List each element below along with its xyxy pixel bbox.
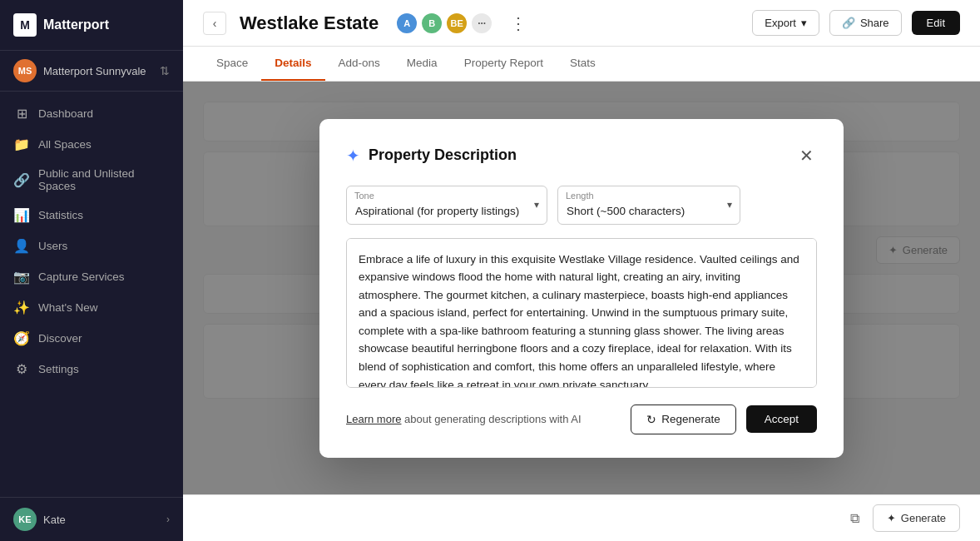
workspace-expand-icon: ⇅	[160, 64, 170, 77]
copy-button[interactable]: ⧉	[844, 504, 866, 533]
user-name: Kate	[43, 514, 160, 526]
sidebar-item-label: Capture Services	[38, 270, 125, 283]
description-textarea[interactable]: Embrace a life of luxury in this exquisi…	[346, 238, 817, 388]
modal-title: Property Description	[369, 146, 788, 164]
tone-control: Tone Aspirational (for property listings…	[346, 186, 547, 225]
modal-close-button[interactable]: ✕	[796, 142, 817, 169]
tab-addons[interactable]: Add-ons	[325, 47, 393, 81]
tone-label: Tone	[354, 191, 374, 201]
export-label: Export	[765, 17, 796, 29]
folder-icon: 📁	[13, 136, 30, 152]
sidebar-item-label: Users	[38, 240, 67, 252]
sidebar-item-users[interactable]: 👤 Users	[0, 231, 183, 261]
sidebar-nav: ⊞ Dashboard 📁 All Spaces 🔗 Public and Un…	[0, 92, 183, 497]
regenerate-icon: ↻	[646, 413, 656, 426]
link-icon: 🔗	[13, 172, 30, 188]
camera-icon: 📷	[13, 269, 30, 285]
collaborator-avatar-more[interactable]: ···	[470, 12, 493, 35]
modal-overlay: ✦ Property Description ✕ Tone Aspiration…	[183, 82, 980, 494]
edit-button[interactable]: Edit	[912, 11, 960, 35]
learn-more-suffix: about generating descriptions with AI	[401, 413, 581, 425]
sidebar-item-capture-services[interactable]: 📷 Capture Services	[0, 261, 183, 292]
length-select-wrapper: Length Short (~500 characters) ▾	[557, 186, 740, 225]
logo-icon: M	[13, 13, 37, 37]
sidebar-item-label: Public and Unlisted Spaces	[38, 167, 170, 192]
sidebar-item-public-spaces[interactable]: 🔗 Public and Unlisted Spaces	[0, 160, 183, 200]
tab-space[interactable]: Space	[203, 47, 261, 81]
export-button[interactable]: Export ▾	[752, 10, 819, 36]
sidebar-item-settings[interactable]: ⚙ Settings	[0, 354, 183, 385]
more-options-button[interactable]: ⋮	[507, 10, 530, 37]
modal-controls: Tone Aspirational (for property listings…	[346, 186, 817, 225]
regenerate-button[interactable]: ↻ Regenerate	[631, 405, 736, 434]
bottom-bar: ⧉ ✦ Generate	[183, 494, 980, 541]
share-label: Share	[860, 17, 889, 29]
workspace-name: Matterport Sunnyvale	[43, 65, 153, 77]
sidebar: M Matterport MS Matterport Sunnyvale ⇅ ⊞…	[0, 0, 183, 541]
sidebar-item-label: Settings	[38, 363, 79, 375]
page-title: Westlake Estate	[240, 12, 379, 34]
workspace-avatar: MS	[13, 59, 37, 82]
bottom-generate-button[interactable]: ✦ Generate	[873, 504, 960, 532]
modal-header: ✦ Property Description ✕	[346, 142, 817, 169]
modal-footer: Learn more about generating descriptions…	[346, 405, 817, 434]
brand-logo[interactable]: M Matterport	[0, 0, 183, 51]
brand-name: Matterport	[43, 17, 109, 32]
sparkle-icon: ✨	[13, 300, 30, 315]
main-content: ‹ Westlake Estate A B BE ··· ⋮ Export ▾ …	[183, 0, 980, 541]
sidebar-item-whats-new[interactable]: ✨ What's New	[0, 292, 183, 323]
property-description-modal: ✦ Property Description ✕ Tone Aspiration…	[319, 119, 844, 458]
user-icon: 👤	[13, 238, 30, 254]
workspace-switcher[interactable]: MS Matterport Sunnyvale ⇅	[0, 51, 183, 92]
length-control: Length Short (~500 characters) ▾	[557, 186, 740, 225]
tone-select-wrapper: Tone Aspirational (for property listings…	[346, 186, 547, 225]
tab-details[interactable]: Details	[261, 47, 324, 81]
ai-sparkle-icon: ✦	[346, 146, 360, 166]
topbar: ‹ Westlake Estate A B BE ··· ⋮ Export ▾ …	[183, 0, 980, 47]
learn-more-link[interactable]: Learn more	[346, 413, 401, 425]
learn-more-text: Learn more about generating descriptions…	[346, 413, 621, 425]
sidebar-item-label: What's New	[38, 301, 98, 314]
regenerate-label: Regenerate	[661, 413, 720, 425]
tab-property-report[interactable]: Property Report	[451, 47, 557, 81]
export-chevron-icon: ▾	[801, 17, 807, 29]
gear-icon: ⚙	[13, 361, 30, 377]
user-avatar: KE	[13, 508, 37, 531]
collaborator-avatars: A B BE ···	[395, 12, 493, 35]
sidebar-item-label: All Spaces	[38, 138, 92, 151]
compass-icon: 🧭	[13, 330, 30, 346]
content-area: ✦ Generate ✦ Property Description ✕	[183, 82, 980, 494]
share-button[interactable]: 🔗 Share	[829, 10, 902, 36]
generate-bottom-icon: ✦	[887, 512, 896, 524]
tone-select[interactable]: Aspirational (for property listings)	[346, 186, 547, 225]
user-profile-footer[interactable]: KE Kate ›	[0, 497, 183, 541]
sidebar-item-all-spaces[interactable]: 📁 All Spaces	[0, 129, 183, 160]
dashboard-icon: ⊞	[13, 106, 30, 122]
sidebar-item-dashboard[interactable]: ⊞ Dashboard	[0, 98, 183, 129]
accept-button[interactable]: Accept	[746, 405, 817, 433]
chart-icon: 📊	[13, 207, 30, 223]
chevron-right-icon: ›	[166, 514, 170, 525]
generate-bottom-label: Generate	[901, 512, 946, 524]
sidebar-item-label: Dashboard	[38, 107, 93, 120]
tab-bar: Space Details Add-ons Media Property Rep…	[183, 47, 980, 82]
collaborator-avatar-a[interactable]: A	[395, 12, 418, 35]
tab-stats[interactable]: Stats	[557, 47, 609, 81]
length-label: Length	[566, 191, 594, 201]
sidebar-item-statistics[interactable]: 📊 Statistics	[0, 200, 183, 231]
sidebar-item-label: Discover	[38, 332, 82, 345]
collaborator-avatar-be[interactable]: BE	[445, 12, 468, 35]
sidebar-item-label: Statistics	[38, 209, 83, 221]
tab-media[interactable]: Media	[393, 47, 451, 81]
collaborator-avatar-b[interactable]: B	[420, 12, 443, 35]
sidebar-item-discover[interactable]: 🧭 Discover	[0, 323, 183, 354]
share-icon: 🔗	[842, 17, 855, 29]
collapse-sidebar-button[interactable]: ‹	[203, 12, 226, 35]
